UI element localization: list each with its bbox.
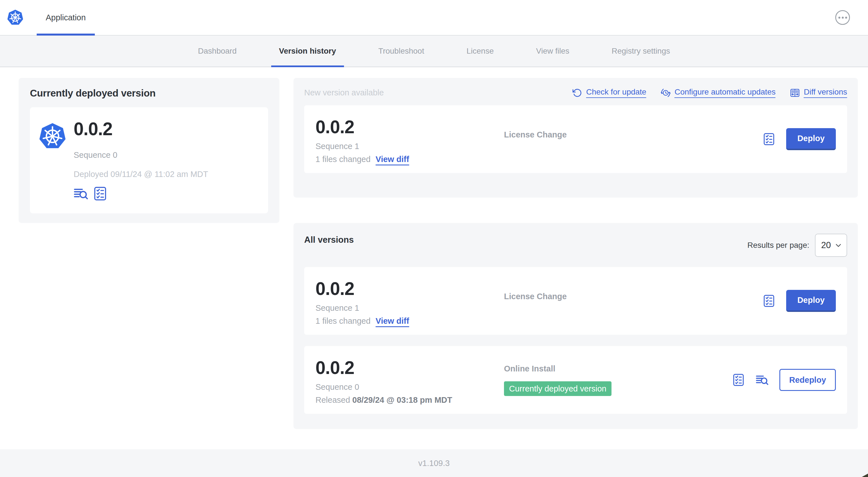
version-sequence: Sequence 1 [315,141,504,151]
version-row: 0.0.2 Sequence 1 1 files changed View di… [304,267,847,335]
redeploy-button[interactable]: Redeploy [779,369,836,391]
diff-icon [790,88,800,98]
ellipsis-icon [838,17,840,19]
released-timestamp: Released 08/29/24 @ 03:18 pm MDT [315,395,504,405]
all-versions-title: All versions [304,235,354,245]
version-sequence: Sequence 0 [315,382,504,392]
tab-version-history[interactable]: Version history [271,35,344,67]
currently-deployed-card: 0.0.2 Sequence 0 Deployed 09/11/24 @ 11:… [30,107,268,213]
currently-deployed-title: Currently deployed version [30,88,268,99]
app-nav-tabs: Dashboard Version history Troubleshoot L… [0,35,868,67]
deploy-button[interactable]: Deploy [786,128,836,150]
app-title-tab[interactable]: Application [37,0,95,35]
new-version-title: New version available [304,88,384,97]
checklist-icon[interactable] [93,186,107,201]
deployed-sequence: Sequence 0 [74,150,259,160]
tab-troubleshoot[interactable]: Troubleshoot [371,35,432,67]
top-header: Application [0,0,868,35]
new-version-panel: New version available Check for update C… [293,78,858,198]
version-source: License Change [504,292,763,301]
results-per-page-select[interactable]: 20 [815,234,847,257]
results-per-page-label: Results per page: [747,241,809,250]
configure-automatic-updates-link[interactable]: Configure automatic updates [661,88,775,98]
auto-update-icon [661,88,671,98]
chevron-down-icon [834,241,843,249]
currently-deployed-panel: Currently deployed version 0.0.2 Sequenc… [19,78,279,223]
deployed-timestamp: Deployed 09/11/24 @ 11:02 am MDT [74,169,259,179]
deploy-button[interactable]: Deploy [786,290,836,312]
deployed-version-number: 0.0.2 [74,119,259,139]
tab-dashboard[interactable]: Dashboard [190,35,245,67]
diff-versions-link[interactable]: Diff versions [790,88,847,98]
kubernetes-app-icon [38,122,67,150]
kots-admin-console: Application Dashboard Version history Tr… [0,0,868,477]
currently-deployed-badge: Currently deployed version [504,381,612,396]
tab-license[interactable]: License [459,35,502,67]
footer: v1.109.3 [0,449,868,477]
version-row: 0.0.2 Sequence 0 Released 08/29/24 @ 03:… [304,346,847,414]
refresh-icon [572,88,582,98]
checklist-icon[interactable] [763,294,775,307]
files-changed: 1 files changed [315,316,371,326]
version-sequence: Sequence 1 [315,303,504,313]
files-changed: 1 files changed [315,154,371,164]
all-versions-panel: All versions Results per page: 20 0.0.2 … [293,223,858,429]
version-number: 0.0.2 [315,118,504,136]
more-options-button[interactable] [835,10,850,25]
view-diff-link[interactable]: View diff [376,316,409,327]
version-source: Online Install [504,364,732,374]
checklist-icon[interactable] [763,133,775,146]
view-diff-link[interactable]: View diff [376,154,409,166]
checklist-icon[interactable] [732,374,745,386]
tab-view-files[interactable]: View files [528,35,577,67]
check-for-update-link[interactable]: Check for update [572,88,646,98]
tab-registry-settings[interactable]: Registry settings [604,35,678,67]
kubernetes-logo-icon [7,9,24,26]
logs-icon[interactable] [756,374,769,386]
version-number: 0.0.2 [315,358,504,377]
version-source: License Change [504,130,763,140]
logs-icon[interactable] [74,186,88,201]
app-title: Application [46,13,86,22]
version-number: 0.0.2 [315,279,504,298]
version-history-page: Currently deployed version 0.0.2 Sequenc… [0,67,868,449]
console-version: v1.109.3 [418,459,450,468]
new-version-card: 0.0.2 Sequence 1 1 files changed View di… [304,105,847,173]
